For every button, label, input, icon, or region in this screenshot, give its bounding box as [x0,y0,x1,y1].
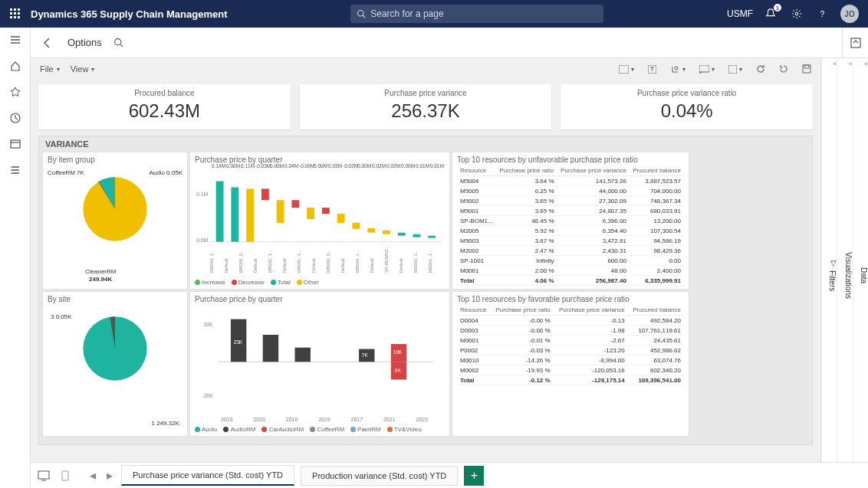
kpi-card-ppvr[interactable]: Purchase price variance ratio 0.04% [561,84,813,129]
user-avatar[interactable]: JO [840,5,859,23]
table-row[interactable]: M20055.92 %6,354.40107,300.54 [457,226,684,236]
tb-insert-icon[interactable]: ▾ [619,65,634,74]
global-search-input[interactable]: Search for a page [350,5,603,23]
table-total-row: Total-0.12 %-129,175.14109,396,541.00 [457,375,684,385]
workspaces-icon[interactable] [8,136,23,152]
tile-title: Top 10 resources by unfavorable purchase… [457,156,684,164]
side-tab-visualizations[interactable]: « Visualizations [837,58,852,488]
svg-rect-32 [216,182,224,242]
kpi-title: Purchase price variance [300,89,552,97]
table-row[interactable]: M0001-0.01 %-2.6724,435.61 [457,336,684,346]
tile-top10-fav[interactable]: Top 10 resources by favorable purchase p… [452,291,689,437]
app-launcher-icon[interactable] [6,5,25,23]
tab-label: Purchase price variance (Std. cost) YTD [133,470,283,480]
table-row[interactable]: M00612.00 %48.002,400.00 [457,266,684,276]
svg-text:20K: 20K [204,322,213,327]
tile-by-site[interactable]: By site 3 0.05K 1 249.32K [42,291,188,437]
tb-bookmark-icon[interactable]: ▾ [728,65,742,74]
mobile-view-icon[interactable] [58,469,72,483]
report-toolbar: File▾ View▾ ▾ ▾ ▾ ▾ [31,58,820,80]
tb-comment-icon[interactable]: ▾ [699,65,715,74]
svg-rect-35 [261,188,269,200]
kpi-value: 256.37K [300,100,552,122]
back-button[interactable] [38,34,57,52]
notification-badge: 1 [774,4,781,11]
recent-icon[interactable] [8,110,23,126]
tile-top10-unfav[interactable]: Top 10 resources by unfavorable purchase… [452,152,689,290]
svg-point-17 [10,173,11,174]
tab-next-icon[interactable]: ▸ [104,470,115,481]
kpi-card-procured[interactable]: Procured balance 602.43M [38,84,291,129]
expand-icon[interactable] [842,28,868,57]
table-row[interactable]: P0002-0.03 %-123.20452,986.62 [457,346,684,355]
donut1-l4: 249.94K [89,276,112,283]
svg-rect-25 [728,65,737,74]
table-row[interactable]: M50056.25 %44,000.00704,000.00 [457,186,684,196]
tile-title: Purchase price by quarter [195,295,445,303]
tb-text-icon[interactable] [648,65,656,74]
svg-rect-39 [322,208,330,214]
waterfall-chart: 0.1M 0.0M [195,165,445,265]
svg-point-11 [795,12,798,15]
sheet-tab-ppv[interactable]: Purchase price variance (Std. cost) YTD [121,465,294,486]
table-row[interactable]: M20022.47 %2,430.3198,429.36 [457,246,684,256]
chevron-left-icon: « [864,60,868,67]
modules-icon[interactable] [8,162,23,178]
side-tab-filters[interactable]: « ▽ Filters [821,58,837,488]
table-row[interactable]: M0010-14.26 %-8,994.0063,074.76 [457,355,684,365]
tile-waterfall[interactable]: Purchase price by quarter 0.1M 0.0M [189,152,450,290]
page-search-icon[interactable] [113,37,125,49]
side-tab-data[interactable]: « Data [853,58,868,488]
tile-title: Top 10 resources by favorable purchase p… [457,295,684,303]
donut1-l1: CoffeeRM 7K [48,169,84,176]
table-row[interactable]: M50033.67 %3,472.8194,586.19 [457,236,684,246]
svg-line-10 [363,15,365,18]
view-menu[interactable]: View▾ [71,64,95,74]
add-tab-button[interactable]: + [464,466,484,486]
settings-icon[interactable] [788,5,805,22]
table-row[interactable]: D0003-0.00 %-1.98107,761,119.61 [457,326,684,336]
file-menu[interactable]: File▾ [40,64,60,74]
kpi-card-ppv[interactable]: Purchase price variance 256.37K [300,84,552,129]
hamburger-icon[interactable] [8,32,23,47]
svg-rect-42 [367,228,375,233]
help-icon[interactable]: ? [814,5,831,22]
svg-rect-8 [18,16,20,18]
svg-rect-46 [428,236,436,238]
donut2-l2: 1 249.32K [152,420,179,427]
table-row[interactable]: D0004-0.00 %-0.13492,584.20 [457,316,684,326]
table-row[interactable]: M50043.64 %141,573.263,887,523.57 [457,176,684,186]
table-row[interactable]: SP-1001Infinity600.000.00 [457,256,684,266]
tile-title: By item group [48,156,182,164]
company-code[interactable]: USMF [727,8,753,19]
tile-by-item-group[interactable]: By item group CoffeeRM 7K Audio 0.05K Cl… [42,152,188,290]
svg-text:0.0M: 0.0M [196,237,209,243]
tb-save-icon[interactable] [802,64,811,74]
svg-rect-27 [804,65,809,68]
sheet-tab-prodv[interactable]: Production variance (Std. cost) YTD [301,466,458,486]
svg-rect-6 [10,16,12,18]
table-row[interactable]: M50013.65 %24,807.35680,033.91 [457,206,684,216]
desktop-view-icon[interactable] [37,469,51,483]
svg-rect-33 [231,187,238,241]
tb-refresh-icon[interactable] [756,64,765,74]
tb-drill-icon[interactable]: ▾ [670,65,686,74]
kpi-title: Procured balance [38,89,291,97]
svg-point-15 [10,167,11,168]
svg-text:23K: 23K [234,339,243,345]
svg-rect-36 [277,200,284,223]
report-canvas: File▾ View▾ ▾ ▾ ▾ ▾ Procured balance 602… [31,58,820,488]
home-icon[interactable] [8,58,23,74]
table-row[interactable]: M50023.65 %27,302.09748,367.34 [457,196,684,206]
table-row[interactable]: SP-BOM1...48.45 %6,396.0013,200.00 [457,216,684,226]
fav-table: ResourcePurchase price ratioPurchase pri… [457,305,684,385]
notifications-icon[interactable]: 1 [762,5,779,22]
table-row[interactable]: M0002-19.93 %-120,053.16602,340.20 [457,365,684,375]
tile-bar-quarter[interactable]: Purchase price by quarter 20K -20K 23K 7… [189,291,450,437]
options-button[interactable]: Options [67,37,102,48]
tb-reset-icon[interactable] [779,64,788,74]
view-label: View [71,64,89,74]
svg-rect-2 [18,8,20,11]
tab-prev-icon[interactable]: ◂ [87,470,98,481]
favorites-icon[interactable] [8,84,23,100]
